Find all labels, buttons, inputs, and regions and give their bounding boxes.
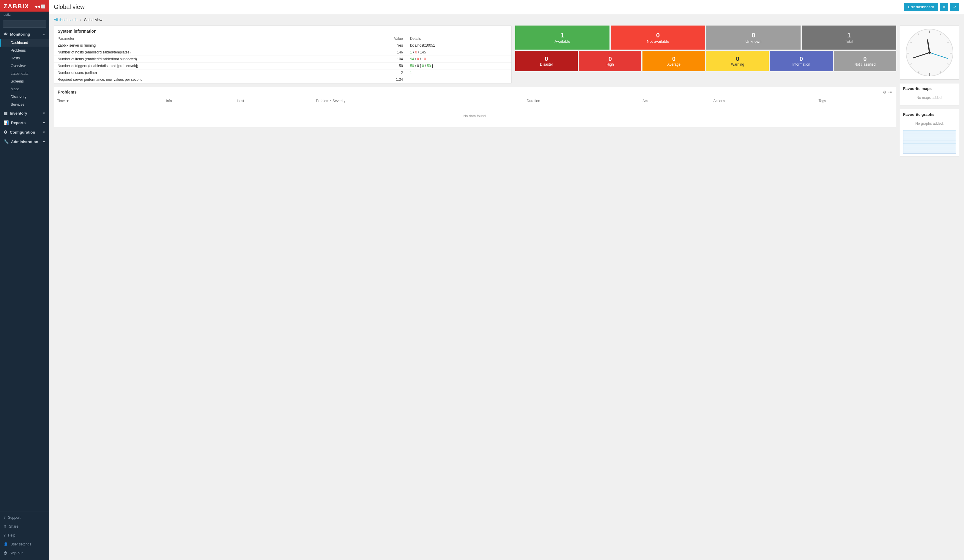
sidebar-section-configuration: ⚙ Configuration ▼	[0, 127, 49, 137]
favourite-graphs-panel: Favourite graphs No graphs added.	[900, 109, 959, 157]
sidebar-section-administration-header[interactable]: 🔧 Administration ▼	[0, 137, 49, 146]
sev-average: 0 Average	[642, 51, 705, 71]
breadcrumb-current: Global view	[84, 18, 102, 22]
clock-second-hand	[930, 52, 948, 59]
clock-hour-hand	[927, 39, 930, 52]
breadcrumb: All dashboards / Global view	[54, 18, 959, 22]
sidebar-item-screens[interactable]: Screens	[0, 78, 49, 85]
sign-out-label: Sign out	[10, 551, 23, 555]
favourite-maps-panel: Favourite maps No maps added.	[900, 83, 959, 106]
more-icon[interactable]: •••	[888, 90, 892, 94]
col-problem-severity: Problem • Severity	[313, 97, 524, 105]
col-value: Value	[354, 35, 407, 42]
sidebar-section-inventory-header[interactable]: ▦ Inventory ▼	[0, 109, 49, 118]
monitoring-label: Monitoring	[10, 32, 30, 37]
table-row: Required server performance, new values …	[54, 76, 511, 83]
sev-high: 0 High	[579, 51, 641, 71]
sidebar-item-problems[interactable]: Problems	[0, 47, 49, 54]
table-row: Zabbix server is running Yes localhost:1…	[54, 42, 511, 49]
reports-icon: 📊	[3, 120, 9, 125]
problems-title: Problems	[58, 90, 883, 94]
administration-icon: 🔧	[3, 139, 9, 144]
sidebar-item-latest-data[interactable]: Latest data	[0, 70, 49, 78]
breadcrumb-separator: /	[80, 18, 81, 22]
system-info-title: System information	[54, 26, 511, 35]
menu-button[interactable]: ≡	[940, 3, 948, 11]
favourite-graphs-placeholder	[903, 130, 956, 154]
gear-icon[interactable]: ⚙	[883, 90, 886, 94]
row-value: 50	[354, 63, 407, 70]
help-icon: ?	[3, 533, 6, 537]
user-settings-label: User settings	[10, 542, 31, 546]
sidebar-support[interactable]: ? Support	[0, 513, 49, 522]
sidebar-section-monitoring-header[interactable]: 👁 Monitoring ▲	[0, 29, 49, 39]
sidebar-divider	[0, 511, 49, 512]
col-tags: Tags	[816, 97, 896, 105]
problems-header-icons: ⚙ •••	[883, 90, 892, 94]
sidebar-section-monitoring: 👁 Monitoring ▲ Dashboard Problems Hosts …	[0, 29, 49, 109]
logo-icons: ◀◀ ⬜	[34, 5, 46, 9]
sidebar-section-configuration-header[interactable]: ⚙ Configuration ▼	[0, 127, 49, 137]
avail-available: 1 Available	[515, 26, 610, 50]
avail-not-available: 0 Not available	[611, 26, 705, 50]
col-host: Host	[234, 97, 313, 105]
row-details: 1	[407, 70, 511, 76]
search-input[interactable]	[3, 21, 46, 28]
support-icon: ?	[3, 515, 6, 519]
edit-dashboard-button[interactable]: Edit dashboard	[904, 3, 938, 11]
main: Global view Edit dashboard ≡ ⤢ All dashb…	[49, 0, 964, 560]
sev-warning: 0 Warning	[706, 51, 769, 71]
sev-information: 0 Information	[770, 51, 832, 71]
sev-disaster: 0 Disaster	[515, 51, 578, 71]
row-details: 1 / 0 / 145	[407, 49, 511, 56]
monitoring-icon: 👁	[3, 32, 8, 37]
favourite-graphs-title: Favourite graphs	[903, 112, 956, 117]
sidebar-share[interactable]: ⬆ Share	[0, 522, 49, 531]
row-value: 2	[354, 70, 407, 76]
collapse-icon[interactable]: ◀◀	[34, 5, 40, 9]
sidebar-user-settings[interactable]: 👤 User settings	[0, 540, 49, 549]
col-time[interactable]: Time ▼	[54, 97, 163, 105]
topbar-actions: Edit dashboard ≡ ⤢	[904, 3, 959, 11]
support-label: Support	[8, 515, 21, 519]
administration-label: Administration	[11, 140, 38, 144]
reports-chevron: ▼	[42, 121, 46, 124]
sidebar-user: pptfz	[0, 11, 49, 19]
sidebar-item-hosts[interactable]: Hosts	[0, 54, 49, 62]
sidebar-item-dashboard[interactable]: Dashboard	[0, 39, 49, 47]
col-info: Info	[163, 97, 234, 105]
expand-icon[interactable]: ⬜	[41, 5, 46, 9]
clock-center	[928, 51, 931, 54]
no-data-cell: No data found.	[54, 105, 896, 127]
sidebar-item-overview[interactable]: Overview	[0, 62, 49, 70]
share-icon: ⬆	[3, 524, 7, 529]
favourite-graphs-no-data: No graphs added.	[903, 119, 956, 128]
breadcrumb-all-dashboards[interactable]: All dashboards	[54, 18, 77, 22]
row-param: Number of items (enabled/disabled/not su…	[54, 56, 354, 63]
favourite-maps-no-data: No maps added.	[903, 93, 956, 102]
row-details: localhost:10051	[407, 42, 511, 49]
sidebar-sign-out[interactable]: ⏻ Sign out	[0, 549, 49, 558]
sidebar-section-inventory: ▦ Inventory ▼	[0, 109, 49, 118]
table-row: Number of items (enabled/disabled/not su…	[54, 56, 511, 63]
avail-unknown: 0 Unknown	[706, 26, 801, 50]
table-row: Number of users (online) 2 1	[54, 70, 511, 76]
sidebar-item-discovery[interactable]: Discovery	[0, 93, 49, 101]
right-column: Favourite maps No maps added. Favourite …	[900, 26, 959, 157]
sidebar-item-services[interactable]: Services	[0, 101, 49, 109]
sidebar-search	[0, 19, 49, 29]
row-param: Number of hosts (enabled/disabled/templa…	[54, 49, 354, 56]
sidebar-logo: ZABBIX ◀◀ ⬜	[0, 0, 49, 11]
availability-row: 1 Available 0 Not available 0 Unknown	[515, 26, 896, 50]
sidebar-section-reports-header[interactable]: 📊 Reports ▼	[0, 118, 49, 127]
fullscreen-button[interactable]: ⤢	[950, 3, 959, 11]
problems-panel: Problems ⚙ ••• Time ▼ Info Host	[54, 87, 896, 127]
severity-row: 0 Disaster 0 High 0 Average	[515, 51, 896, 71]
sidebar-item-maps[interactable]: Maps	[0, 85, 49, 93]
sidebar-help[interactable]: ? Help	[0, 531, 49, 540]
topbar: Global view Edit dashboard ≡ ⤢	[49, 0, 964, 14]
configuration-chevron: ▼	[42, 131, 46, 134]
sign-out-icon: ⏻	[3, 551, 7, 555]
row-details: 50 / 0 [ 0 / 50 ]	[407, 63, 511, 70]
table-row: Number of triggers (enabled/disabled [pr…	[54, 63, 511, 70]
